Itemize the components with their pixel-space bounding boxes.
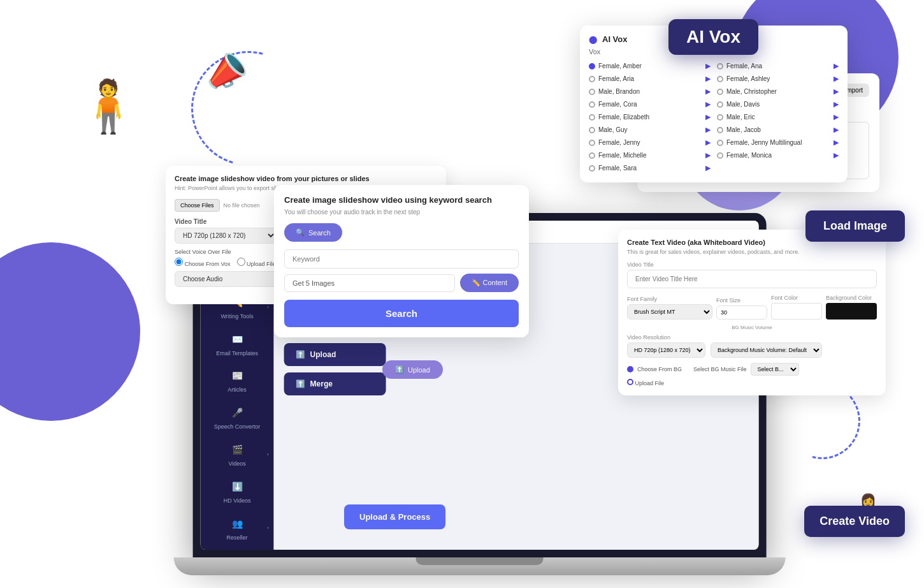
voice-play-icon[interactable]: ▶	[834, 100, 839, 108]
create-video-button[interactable]: Create Video	[804, 506, 905, 537]
voice-play-icon[interactable]: ▶	[705, 164, 711, 172]
sidebar-item-email-templates[interactable]: ✉️ Email Templates	[201, 325, 274, 362]
choose-from-vox-radio[interactable]	[175, 258, 183, 266]
voice-play-icon[interactable]: ▶	[834, 138, 839, 147]
aivox-radio[interactable]: ⬤	[589, 35, 597, 44]
voice-play-icon[interactable]: ▶	[705, 113, 711, 121]
voice-name: Female, Jenny Multilingual	[726, 139, 830, 146]
voice-radio-jenny[interactable]	[589, 140, 595, 146]
voice-name: Female, Cora	[598, 101, 702, 108]
voice-item: Female, Jenny Multilingual ▶	[717, 137, 839, 148]
voice-radio-sara[interactable]	[589, 165, 595, 172]
voice-play-icon[interactable]: ▶	[705, 62, 711, 70]
search-pill-label: Search	[308, 229, 331, 237]
get-images-input[interactable]	[284, 274, 455, 292]
voice-radio-christopher[interactable]	[717, 89, 723, 95]
voice-radio-elizabeth[interactable]	[589, 114, 595, 121]
voice-name: Female, Elizabeth	[598, 114, 702, 121]
voice-radio-guy[interactable]	[589, 127, 595, 133]
articles-icon: 📰	[228, 367, 246, 385]
voice-radio-cora[interactable]	[589, 101, 595, 108]
upload-file-radio[interactable]	[237, 258, 245, 266]
font-family-label: Font Family	[627, 296, 712, 302]
search-pill-icon: 🔍	[296, 228, 305, 237]
voice-play-icon[interactable]: ▶	[834, 151, 839, 159]
voice-item: Female, Sara ▶	[589, 163, 711, 173]
voice-item: Male, Guy ▶	[589, 124, 711, 135]
search-pill-button[interactable]: 🔍 Search	[284, 223, 342, 242]
voice-radio-michelle[interactable]	[589, 152, 595, 159]
voice-play-icon[interactable]: ▶	[705, 87, 711, 96]
voice-item: Male, Davis ▶	[717, 99, 839, 110]
voice-radio-jenny-multi[interactable]	[717, 140, 723, 146]
voice-item: Female, Ana ▶	[717, 61, 839, 71]
voice-radio-eric[interactable]	[717, 114, 723, 121]
speech-icon: 🎤	[228, 404, 246, 422]
voice-name: Male, Davis	[726, 101, 830, 108]
sidebar-item-videos[interactable]: 🎬 Videos ›	[201, 436, 274, 473]
tvp-vol-select[interactable]: Background Music Volume: Default	[711, 342, 822, 358]
voice-play-icon[interactable]: ▶	[705, 75, 711, 83]
sidebar-item-speech-convertor[interactable]: 🎤 Speech Convertor	[201, 399, 274, 436]
upload-process-button[interactable]: Upload & Process	[344, 504, 445, 529]
voice-radio-aria[interactable]	[589, 76, 595, 82]
character-left: 🧍	[76, 77, 140, 136]
voice-radio-brandon[interactable]	[589, 89, 595, 95]
voice-play-icon[interactable]: ▶	[705, 151, 711, 159]
load-image-label: Load Image	[823, 219, 887, 232]
upload-file-label[interactable]: Upload File	[237, 258, 276, 267]
voice-play-icon[interactable]: ▶	[834, 113, 839, 121]
bg-color-picker[interactable]	[826, 303, 877, 320]
tvp-upload-file-radio[interactable]	[627, 379, 633, 385]
voice-item: Female, Ashley ▶	[717, 73, 839, 84]
upload-pill-button[interactable]: ⬆️ Upload	[382, 360, 443, 379]
voice-radio-ashley[interactable]	[717, 76, 723, 82]
chevron-right-icon: ›	[267, 304, 269, 309]
content-button[interactable]: ✏️ Content	[460, 274, 519, 292]
voice-radio-ana[interactable]	[717, 63, 723, 70]
sidebar-item-reseller[interactable]: 👥 Reseller ›	[201, 510, 274, 547]
choose-files-button[interactable]: Choose Files	[175, 199, 220, 212]
merge-button-main[interactable]: ⬆️ Merge	[284, 372, 386, 395]
hd-videos-icon: ⬇️	[228, 478, 246, 496]
choose-from-vox-label[interactable]: Choose From Vox	[175, 258, 231, 267]
upload-button-main[interactable]: ⬆️ Upload	[284, 343, 386, 366]
voice-play-icon[interactable]: ▶	[705, 100, 711, 108]
voice-play-icon[interactable]: ▶	[834, 62, 839, 70]
font-color-picker[interactable]	[771, 303, 822, 320]
keyword-input[interactable]	[284, 249, 519, 268]
sidebar-item-articles[interactable]: 📰 Articles	[201, 362, 274, 399]
tvp-resolution-select[interactable]: HD 720p (1280 x 720)	[627, 342, 705, 358]
search-big-button[interactable]: Search	[284, 300, 519, 327]
resolution-select[interactable]: HD 720p (1280 x 720)	[175, 228, 277, 244]
reseller-label: Reseller	[227, 534, 248, 541]
voice-item: Female, Amber ▶	[589, 61, 711, 71]
voice-radio-davis[interactable]	[717, 101, 723, 108]
voice-name: Female, Sara	[598, 165, 702, 172]
tvp-res-row: Video Resolution HD 720p (1280 x 720) Ba…	[627, 334, 877, 358]
tvp-choose-bg-radio[interactable]	[627, 366, 633, 372]
font-size-input[interactable]	[716, 305, 767, 320]
voice-radio-monica[interactable]	[717, 152, 723, 159]
voice-play-icon[interactable]: ▶	[705, 138, 711, 147]
load-image-button[interactable]: Load Image	[805, 210, 905, 242]
hd-videos-label: HD Videos	[224, 497, 251, 504]
voice-play-icon[interactable]: ▶	[834, 126, 839, 134]
voice-item: Female, Jenny ▶	[589, 137, 711, 148]
tvp-video-title-input[interactable]	[627, 270, 877, 288]
tvp-vol-label: BG Music Volume	[627, 325, 877, 330]
voice-name: Male, Eric	[726, 114, 830, 121]
chevron-right-icon-2: ›	[267, 451, 269, 457]
voice-play-icon[interactable]: ▶	[834, 75, 839, 83]
choose-files-label: Choose Files	[180, 202, 214, 209]
voice-play-icon[interactable]: ▶	[705, 126, 711, 134]
dashed-arc-left	[170, 30, 327, 187]
voice-radio-amber[interactable]	[589, 63, 595, 70]
search-big-label: Search	[386, 308, 417, 319]
sidebar-item-hd-videos[interactable]: ⬇️ HD Videos	[201, 473, 274, 510]
font-family-select[interactable]: Brush Script MT	[627, 304, 712, 320]
writing-tools-label: Writing Tools	[221, 313, 254, 320]
tvp-select-bg-select[interactable]: Select B...	[751, 363, 799, 376]
voice-radio-jacob[interactable]	[717, 127, 723, 133]
voice-play-icon[interactable]: ▶	[834, 87, 839, 96]
